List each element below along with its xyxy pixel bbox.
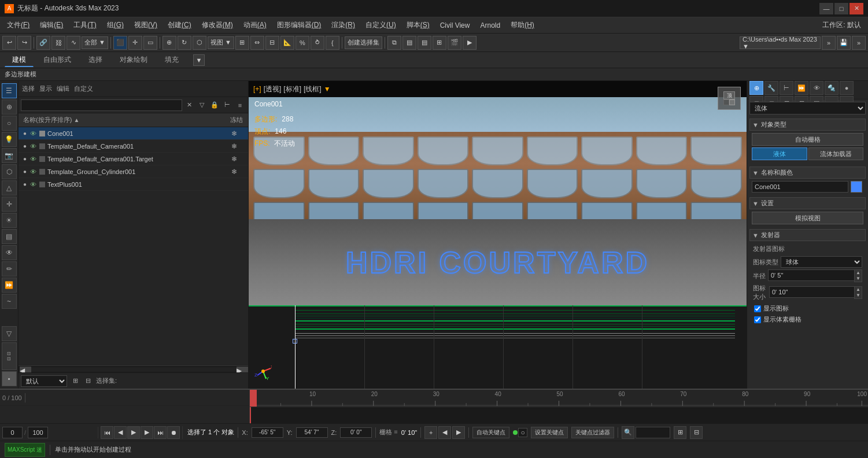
z-coord-input[interactable]	[340, 427, 372, 438]
sidebar-layer[interactable]: ▤	[2, 229, 17, 244]
undo-button[interactable]: ↩	[2, 36, 16, 50]
search-btn[interactable]: 🔍	[622, 426, 634, 439]
y-coord-input[interactable]	[296, 427, 328, 438]
named-sets[interactable]: ⧉	[387, 36, 401, 50]
object-color-swatch[interactable]	[851, 181, 862, 193]
move-button[interactable]: ✛	[128, 36, 142, 50]
scene-eye-cone001[interactable]: 👁	[30, 130, 38, 137]
timeline-frame-indicator[interactable]	[250, 390, 257, 407]
select-button[interactable]: ⬛	[113, 36, 127, 50]
global-search-input[interactable]	[636, 427, 670, 438]
scene-item-textplus001[interactable]: ● 👁 TextPlus001	[19, 178, 248, 191]
sidebar-lights[interactable]: 💡	[2, 132, 17, 147]
tab-selection[interactable]: 选择	[81, 53, 110, 67]
prev-frame-btn[interactable]: ◀	[114, 426, 127, 439]
emitter-header[interactable]: ▼ 发射器	[749, 229, 866, 241]
spinner-btn[interactable]: ⥁	[311, 36, 324, 50]
minimize-button[interactable]: —	[819, 3, 833, 14]
scroll-left-btn[interactable]: ◀	[20, 367, 31, 372]
viewport-view-label[interactable]: [透视]	[264, 84, 282, 94]
sidebar-eye[interactable]: 👁	[2, 245, 17, 260]
footer-btn2[interactable]: ⊟	[82, 375, 94, 387]
current-frame-input[interactable]	[2, 427, 23, 438]
auto-key-btn[interactable]: 自动关键点	[472, 427, 509, 438]
scene-hier-btn[interactable]: ⊢	[221, 99, 233, 111]
selection-dropdown[interactable]: 全部 ▼	[82, 36, 108, 49]
rp-extra1[interactable]: ●	[840, 81, 854, 95]
object-name-input[interactable]	[752, 181, 848, 193]
viewport-plus-btn[interactable]: [+]	[253, 85, 261, 93]
viewport-shading-label[interactable]: [线框]	[304, 84, 322, 94]
fill-extra-btn[interactable]: ▼	[193, 54, 205, 66]
timeline-ruler-area[interactable]: 0 10 20 30 40 50 60 70 80	[250, 390, 868, 423]
tab-freeform[interactable]: 自由形式	[36, 53, 79, 67]
keyframe-btn[interactable]: ⏺	[167, 426, 180, 439]
name-color-header[interactable]: ▼ 名称和颜色	[749, 167, 866, 179]
add-time-tag-btn[interactable]: +	[424, 426, 437, 439]
menu-group[interactable]: 组(G)	[102, 19, 128, 31]
tab-populate[interactable]: 填充	[157, 53, 186, 67]
radius-input[interactable]	[768, 269, 854, 281]
scene-lock-btn[interactable]: 🔒	[209, 99, 220, 111]
scroll-track[interactable]	[31, 367, 237, 372]
radius-spin-up[interactable]: ▲	[855, 270, 862, 276]
save-scene[interactable]: 💾	[837, 36, 851, 50]
scene-eye-camtarget[interactable]: 👁	[30, 156, 38, 162]
render-frame[interactable]: 🎬	[448, 36, 461, 50]
rp-display-btn[interactable]: 👁	[810, 81, 823, 95]
menu-arnold[interactable]: Arnold	[475, 20, 505, 31]
mirror-btn[interactable]: ⇔	[250, 36, 264, 50]
auto-grid-btn[interactable]: 自动栅格	[752, 133, 863, 146]
scene-tab-customize[interactable]: 自定义	[74, 84, 93, 93]
region-button[interactable]: ▭	[143, 36, 157, 50]
menu-edit[interactable]: 编辑(E)	[35, 19, 68, 31]
menu-customize[interactable]: 自定义(U)	[361, 19, 401, 31]
viewport-filter-icon[interactable]: ▼	[324, 85, 331, 93]
maxscript-btn[interactable]: MAXScript 迷	[5, 443, 45, 457]
menu-file[interactable]: 文件(F)	[2, 19, 34, 31]
sidebar-shapes[interactable]: △	[2, 180, 17, 195]
sidebar-helpers[interactable]: ✛	[2, 197, 17, 212]
maximize-button[interactable]: □	[834, 3, 848, 14]
rp-motion-btn[interactable]: ⏩	[795, 81, 808, 95]
angle-btn[interactable]: 📐	[280, 36, 294, 50]
unlink-button[interactable]: ⛓	[51, 36, 65, 50]
prev-key-frame[interactable]: ◀	[438, 426, 451, 439]
sidebar-systems[interactable]: ☀	[2, 213, 17, 228]
end-frame-input[interactable]	[28, 427, 48, 438]
viewport-panel[interactable]: [+] [透视] [标准] [线框] ▼ Cone001 多边形: 288 顶点…	[249, 81, 747, 389]
scene-eye-camera001[interactable]: 👁	[30, 143, 38, 150]
go-start-btn[interactable]: ⏮	[101, 426, 113, 439]
object-type-header[interactable]: ▼ 对象类型	[749, 119, 866, 131]
scene-filter-btn[interactable]: ✕	[183, 99, 195, 111]
play-btn[interactable]: ▶	[127, 426, 140, 439]
sidebar-bottom1[interactable]: ▪	[2, 371, 17, 386]
next-frame-btn[interactable]: ▶	[141, 426, 153, 439]
x-coord-input[interactable]	[252, 427, 283, 438]
layers2-btn[interactable]: ▤	[418, 36, 431, 50]
scene-tab-select[interactable]: 选择	[22, 84, 35, 93]
icon-size-spin-up[interactable]: ▲	[855, 287, 862, 293]
radius-spin-down[interactable]: ▼	[855, 276, 862, 282]
scene-tab-display[interactable]: 显示	[39, 84, 52, 93]
path-expand[interactable]: »	[822, 36, 836, 50]
rp-hierarchy-btn[interactable]: ⊢	[780, 81, 793, 95]
fluid-loader-btn[interactable]: 流体加载器	[808, 147, 864, 160]
scene-eye-cylinder001[interactable]: 👁	[30, 168, 38, 175]
menu-animation[interactable]: 动画(A)	[239, 19, 271, 31]
link-button[interactable]: 🔗	[36, 36, 50, 50]
close-button[interactable]: ✕	[849, 3, 863, 14]
extra-btn2[interactable]: ⊟	[690, 426, 703, 439]
scene-flat-btn[interactable]: ≡	[234, 99, 246, 111]
move-transform[interactable]: ⊕	[162, 36, 176, 50]
fluid-btn[interactable]: 液体	[752, 147, 807, 160]
menu-help[interactable]: 帮助(H)	[506, 19, 539, 31]
viewport-render-label[interactable]: [标准]	[283, 84, 301, 94]
rp-create-btn[interactable]: ⊕	[749, 81, 763, 95]
sidebar-funnel[interactable]: ▽	[2, 326, 17, 341]
icon-size-input[interactable]	[769, 286, 854, 298]
preset-selector[interactable]: 默认	[21, 375, 67, 387]
layers-btn[interactable]: ▤	[402, 36, 416, 50]
sidebar-paint[interactable]: ✏	[2, 261, 17, 276]
col-freeze-header[interactable]: 冻结	[225, 116, 248, 124]
